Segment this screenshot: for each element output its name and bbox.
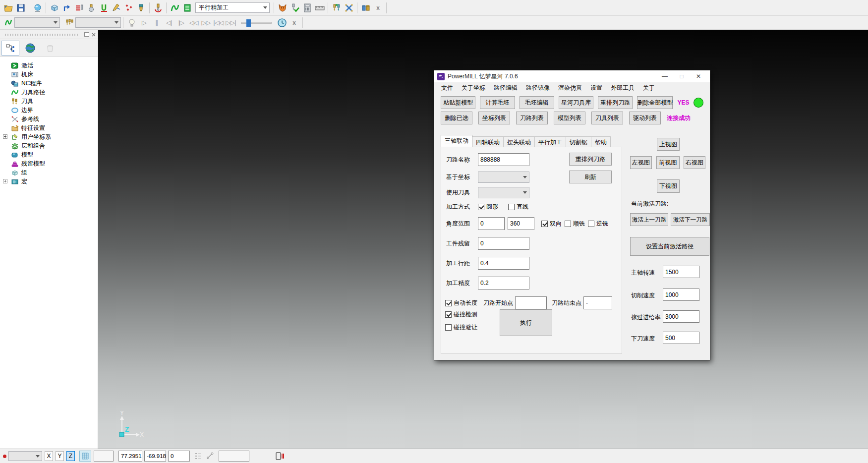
graphics-viewport[interactable]: Y X Z PowerMILL 忆梦星河 7.0.6 — □ ✕ 文件 关于坐标…	[98, 30, 868, 449]
menu-coordinates[interactable]: 关于坐标	[462, 84, 485, 92]
ruler-icon[interactable]	[313, 2, 326, 14]
use-tool-dropdown[interactable]	[478, 187, 529, 198]
linear-checkbox[interactable]: 直线	[508, 203, 528, 211]
tab-3axis[interactable]: 三轴联动	[441, 135, 472, 147]
climb-checkbox[interactable]: 顺铣	[565, 220, 585, 228]
tool-pair-icon[interactable]	[330, 2, 343, 14]
tool-library-button[interactable]: 星河刀具库	[559, 96, 593, 109]
ball-cutter-icon[interactable]	[85, 2, 98, 14]
menu-external-tools[interactable]: 外部工具	[611, 84, 635, 92]
nc-list-icon[interactable]	[73, 2, 85, 14]
tab-parallel[interactable]: 平行加工	[534, 136, 566, 147]
render-ball-icon[interactable]	[31, 2, 44, 14]
tree-item-boundary[interactable]: 边界	[2, 106, 98, 115]
tolerance-input[interactable]	[478, 277, 529, 289]
tree-item-activate[interactable]: 激活	[2, 61, 98, 70]
tree-item-machine[interactable]: 机床	[2, 70, 98, 79]
cutting-feed-input[interactable]	[663, 289, 699, 301]
tree-item-stock-model[interactable]: 残留模型	[2, 159, 98, 168]
tab-saw[interactable]: 切割锯	[566, 136, 591, 147]
tree-item-tool[interactable]: 刀具	[2, 97, 98, 106]
machining-strategy-dropdown[interactable]: 平行精加工	[195, 2, 270, 13]
activate-prev-button[interactable]: 激活上一刀路	[630, 213, 668, 226]
conventional-checkbox[interactable]: 逆铣	[588, 220, 608, 228]
fox-icon[interactable]	[276, 2, 289, 14]
info-field[interactable]	[219, 451, 249, 462]
tab-help[interactable]: 帮助	[591, 136, 611, 147]
drive-list-button[interactable]: 驱动列表	[629, 112, 661, 124]
tree-item-macro[interactable]: 宏	[2, 177, 98, 186]
menu-path-mirror[interactable]: 路径镜像	[526, 84, 550, 92]
axis-z-button[interactable]: Z	[66, 451, 75, 461]
collision-avoid-checkbox[interactable]: 碰撞避让	[445, 323, 477, 332]
reorder-button[interactable]: 重排列刀路	[569, 153, 612, 166]
bidirectional-checkbox[interactable]: 双向	[541, 220, 562, 228]
clock-icon[interactable]	[276, 17, 288, 29]
skim-feed-input[interactable]	[663, 310, 699, 323]
close-panel-icon[interactable]	[92, 33, 96, 37]
dialog-titlebar[interactable]: PowerMILL 忆梦星河 7.0.6 — □ ✕	[434, 70, 710, 82]
save-icon[interactable]	[14, 2, 27, 14]
clipboard-pause-icon[interactable]	[275, 452, 285, 461]
axis-y-button[interactable]: Y	[56, 451, 64, 461]
tree-item-workplane[interactable]: 用户坐标系	[2, 132, 98, 141]
go-end-button[interactable]: ▷▷|	[225, 17, 237, 29]
view-right-button[interactable]: 右视图	[684, 156, 705, 169]
delete-selected-button[interactable]: 删除已选	[441, 112, 472, 124]
panel-grip[interactable]	[0, 30, 98, 39]
slider-handle[interactable]	[246, 19, 251, 27]
angle-to-input[interactable]	[508, 217, 534, 230]
expand-icon[interactable]	[3, 179, 7, 183]
close-toolbar-icon[interactable]: x	[288, 17, 300, 29]
pause-button[interactable]: ∥	[150, 17, 163, 29]
end-point-input[interactable]	[583, 296, 612, 309]
cross-tools-icon[interactable]	[343, 2, 355, 14]
tool-check-icon[interactable]	[289, 2, 301, 14]
statusbar-dropdown[interactable]	[8, 451, 42, 461]
menu-settings[interactable]: 设置	[590, 84, 602, 92]
refresh-button[interactable]: 刷新	[569, 171, 612, 183]
open-folder-icon[interactable]	[2, 2, 14, 14]
pencil-curve-icon[interactable]	[110, 2, 122, 14]
execute-button[interactable]: 执行	[500, 309, 552, 336]
tree-item-levels[interactable]: 层和组合	[2, 141, 98, 150]
start-point-input[interactable]	[515, 296, 547, 309]
probe-pointer-icon[interactable]	[206, 452, 215, 460]
toolpath-name-input[interactable]	[478, 153, 529, 166]
block-icon[interactable]	[48, 2, 60, 14]
expand-icon[interactable]	[3, 134, 7, 139]
calculator-icon[interactable]	[301, 2, 313, 14]
toolpath-list-button[interactable]: 刀路列表	[516, 112, 548, 124]
menu-about[interactable]: 关于	[643, 84, 655, 92]
stock-allowance-input[interactable]	[478, 237, 529, 250]
sim-toolpath-dropdown[interactable]	[14, 17, 60, 28]
sim-tool-dropdown[interactable]	[75, 17, 121, 28]
toolpath-ribbon-icon[interactable]	[169, 2, 181, 14]
float-panel-icon[interactable]	[84, 32, 89, 37]
menu-path-edit[interactable]: 路径编辑	[494, 84, 518, 92]
tree-item-model[interactable]: 模型	[2, 150, 98, 159]
coord-x-field[interactable]: 77.2951	[118, 451, 142, 462]
calc-stock-button[interactable]: 计算毛坯	[480, 96, 515, 109]
plunge-feed-input[interactable]	[663, 332, 699, 344]
delete-all-models-button[interactable]: 删除全部模型	[637, 96, 673, 109]
menu-file[interactable]: 文件	[441, 84, 453, 92]
toolpath-list-icon[interactable]	[181, 2, 193, 14]
view-front-button[interactable]: 前视图	[656, 156, 680, 169]
paste-new-model-button[interactable]: 粘贴新模型	[441, 96, 475, 109]
tab-tilt-head[interactable]: 摆头联动	[503, 136, 535, 147]
spindle-speed-input[interactable]	[663, 266, 699, 278]
tree-item-reference-line[interactable]: 参考线	[2, 115, 98, 123]
reorder-toolpaths-button[interactable]: 重排列刀路	[598, 96, 633, 109]
bulb-icon[interactable]	[125, 17, 138, 29]
set-active-path-button[interactable]: 设置当前激活路径	[630, 237, 709, 256]
coord-list-button[interactable]: 坐标列表	[478, 112, 510, 124]
fast-forward-button[interactable]: ▷▷	[200, 17, 212, 29]
tree-item-feature-set[interactable]: 特征设置	[2, 123, 98, 132]
diamond-pattern-icon[interactable]	[122, 2, 135, 14]
cylinders-icon[interactable]	[359, 2, 372, 14]
activate-next-button[interactable]: 激活下一刀路	[671, 213, 710, 226]
snap-field[interactable]	[94, 451, 114, 462]
xyz-list-icon[interactable]	[194, 452, 202, 460]
step-forward-button[interactable]: |▷	[175, 17, 187, 29]
